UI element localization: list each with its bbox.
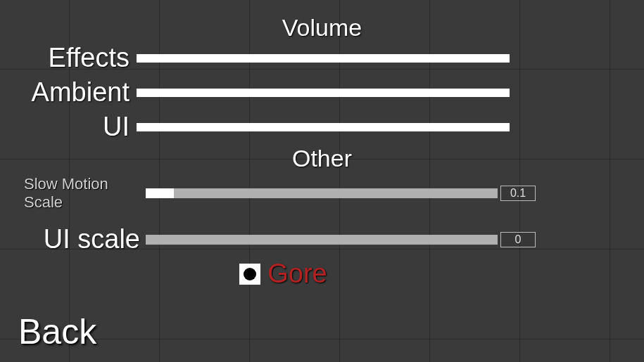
slow-motion-slider[interactable] xyxy=(146,188,498,198)
ambient-slider-fill xyxy=(137,89,510,97)
volume-heading: Volume xyxy=(0,14,644,41)
ui-volume-label: UI xyxy=(0,112,134,142)
slow-motion-value[interactable]: 0.1 xyxy=(500,186,536,201)
gore-label: Gore xyxy=(267,259,327,289)
ui-scale-value[interactable]: 0 xyxy=(500,232,536,247)
back-button[interactable]: Back xyxy=(18,311,96,352)
ui-volume-slider-fill xyxy=(137,123,510,131)
slow-motion-label: Slow Motion Scale xyxy=(0,175,130,212)
effects-label: Effects xyxy=(0,43,134,73)
slow-motion-slider-fill xyxy=(146,188,174,198)
other-heading: Other xyxy=(0,145,644,172)
ui-scale-label: UI scale xyxy=(0,224,144,254)
effects-slider-fill xyxy=(137,54,510,63)
gore-checkbox[interactable] xyxy=(239,264,260,285)
ambient-label: Ambient xyxy=(0,77,134,108)
checkmark-icon xyxy=(244,268,256,280)
ambient-slider[interactable] xyxy=(137,89,510,97)
effects-slider[interactable] xyxy=(137,54,510,63)
ui-scale-slider[interactable] xyxy=(146,235,498,245)
ui-volume-slider[interactable] xyxy=(137,123,510,131)
